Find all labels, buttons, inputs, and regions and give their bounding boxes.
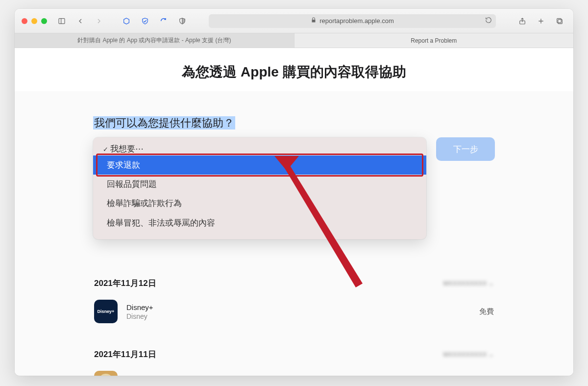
purchase-item: Homo Machina ARTE Experience 免費 (93, 364, 495, 376)
reload-icon[interactable] (157, 14, 171, 28)
purchase-item: Disney+ Disney+ Disney 免費 (93, 293, 495, 330)
privacy-shield-icon[interactable] (175, 14, 189, 28)
address-bar[interactable]: reportaproblem.apple.com (209, 14, 496, 28)
svg-rect-6 (558, 19, 563, 24)
item-developer: Disney (126, 312, 470, 320)
dropdown-header: 我想要⋯ (93, 141, 426, 155)
svg-rect-7 (557, 18, 562, 23)
close-window-button[interactable] (22, 18, 27, 24)
fullscreen-window-button[interactable] (41, 18, 47, 24)
order-id-toggle[interactable]: MXXXXXXXXX (443, 351, 494, 358)
dropdown-option-fraud[interactable]: 檢舉詐騙或詐欺行為 (93, 194, 426, 213)
dropdown-option-refund[interactable]: 要求退款 (93, 155, 426, 175)
shield-check-icon[interactable] (138, 14, 152, 28)
sidebar-toggle-icon[interactable] (55, 14, 69, 28)
reason-dropdown: 我想要⋯ 要求退款 回報品質問題 檢舉詐騙或詐欺行為 檢舉冒犯、非法或辱罵的內容 (93, 137, 426, 239)
help-prompt: 我們可以為您提供什麼協助？ (93, 116, 235, 129)
lock-icon (311, 17, 317, 25)
browser-toolbar: reportaproblem.apple.com (15, 9, 573, 33)
app-icon-homo-machina (94, 371, 118, 376)
svg-rect-0 (59, 18, 65, 24)
svg-marker-2 (124, 18, 129, 24)
order-id-toggle[interactable]: MXXXXXXXXX (443, 280, 494, 287)
purchase-group-1: 2021年11月11日 MXXXXXXXXX Homo Machina ARTE… (93, 345, 495, 376)
minimize-window-button[interactable] (31, 18, 37, 24)
tab-0[interactable]: 針對購自 Apple 的 App 或內容申請退款 - Apple 支援 (台灣) (15, 33, 294, 48)
main-form: 我們可以為您提供什麼協助？ 我想要⋯ 要求退款 回報品質問題 檢舉詐騙或詐欺行為… (93, 116, 495, 376)
tab-1[interactable]: Report a Problem (294, 33, 574, 48)
next-button[interactable]: 下一步 (436, 137, 495, 161)
share-icon[interactable] (515, 14, 529, 28)
shield-hex-icon[interactable] (120, 14, 133, 28)
item-name: Homo Machina (126, 374, 470, 376)
dropdown-option-quality[interactable]: 回報品質問題 (93, 175, 426, 194)
purchase-group-0: 2021年11月12日 MXXXXXXXXX Disney+ Disney+ D… (93, 274, 495, 330)
window-controls (22, 18, 47, 24)
tabs-overview-icon[interactable] (553, 14, 566, 28)
item-name: Disney+ (126, 303, 470, 311)
app-icon-disney: Disney+ (94, 300, 118, 323)
item-price: 免費 (479, 307, 494, 316)
url-text: reportaproblem.apple.com (319, 17, 394, 25)
page-content[interactable]: 為您透過 Apple 購買的內容取得協助 我們可以為您提供什麼協助？ 我想要⋯ … (15, 48, 573, 376)
safari-window: reportaproblem.apple.com 針對購自 Apple 的 Ap… (15, 9, 573, 376)
tab-bar: 針對購自 Apple 的 App 或內容申請退款 - Apple 支援 (台灣)… (15, 33, 573, 48)
new-tab-icon[interactable] (534, 14, 548, 28)
purchase-date: 2021年11月12日 (94, 278, 156, 289)
purchase-date: 2021年11月11日 (94, 349, 156, 360)
back-button[interactable] (74, 14, 87, 28)
forward-button[interactable] (92, 14, 106, 28)
dropdown-option-offensive[interactable]: 檢舉冒犯、非法或辱罵的內容 (93, 213, 426, 232)
page-title: 為您透過 Apple 購買的內容取得協助 (15, 48, 573, 91)
refresh-icon[interactable] (485, 17, 492, 25)
